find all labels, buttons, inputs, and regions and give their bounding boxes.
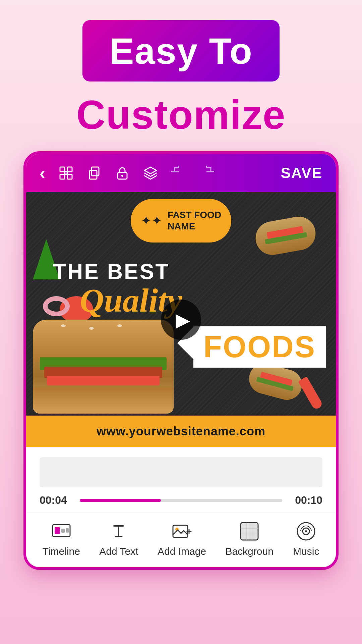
- progress-bar[interactable]: [80, 499, 282, 502]
- background-label: Backgroun: [225, 546, 273, 557]
- back-button[interactable]: ‹: [40, 163, 45, 183]
- undo-icon[interactable]: [171, 166, 186, 180]
- svg-point-3: [65, 172, 67, 174]
- svg-point-30: [305, 530, 307, 532]
- redo-icon[interactable]: [199, 166, 214, 180]
- svg-rect-7: [92, 167, 99, 176]
- svg-rect-5: [67, 174, 72, 179]
- website-text: www.yourwebsitename.com: [97, 424, 265, 438]
- header-section: Easy To Customize: [76, 0, 286, 138]
- add-text-tool[interactable]: Add Text: [99, 520, 138, 557]
- play-button[interactable]: ▶: [161, 300, 201, 340]
- svg-rect-18: [173, 525, 188, 537]
- music-icon: [293, 520, 319, 543]
- add-text-label: Add Text: [99, 546, 138, 557]
- svg-rect-22: [241, 523, 258, 540]
- logo-circle: ✦✦ FAST FOOD NAME: [131, 199, 231, 243]
- svg-rect-12: [61, 529, 65, 533]
- svg-rect-0: [60, 167, 65, 172]
- foods-box: FOODS: [193, 326, 326, 368]
- onion-ring-decoration: [43, 296, 70, 316]
- svg-rect-13: [66, 528, 69, 533]
- the-best-text: THE BEST: [53, 259, 170, 284]
- logo-text: FAST FOOD NAME: [168, 209, 221, 232]
- progress-bar-fill: [80, 499, 161, 502]
- background-tool[interactable]: Backgroun: [225, 520, 273, 557]
- phone-mockup: ‹: [23, 151, 339, 570]
- music-label: Music: [293, 546, 319, 557]
- music-tool[interactable]: Music: [293, 520, 319, 557]
- time-start: 00:04: [40, 494, 73, 506]
- add-image-label: Add Image: [158, 546, 206, 557]
- easy-to-badge: Easy To: [82, 20, 280, 82]
- svg-point-9: [121, 175, 123, 177]
- time-end: 00:10: [289, 494, 322, 506]
- add-image-icon: [168, 520, 195, 543]
- duplicate-icon[interactable]: [87, 166, 102, 180]
- add-text-icon: [105, 520, 132, 543]
- lock-icon[interactable]: [115, 166, 130, 180]
- svg-rect-4: [60, 174, 65, 179]
- background-icon: [236, 520, 263, 543]
- editor-toolbar: ‹: [26, 154, 336, 192]
- easy-to-text: Easy To: [109, 30, 253, 71]
- layers-icon[interactable]: [143, 166, 158, 180]
- sandwich-image: [33, 320, 174, 414]
- video-canvas: ✦✦ FAST FOOD NAME THE BEST Quality FOODS: [26, 192, 336, 447]
- preview-icon[interactable]: [59, 166, 73, 180]
- timeline-area[interactable]: [40, 457, 322, 487]
- timeline-section: 00:04 00:10: [26, 447, 336, 513]
- add-image-tool[interactable]: Add Image: [158, 520, 206, 557]
- timeline-tool[interactable]: Timeline: [43, 520, 80, 557]
- customize-text: Customize: [76, 92, 286, 138]
- logo-icon: ✦✦: [141, 213, 162, 228]
- progress-row: 00:04 00:10: [40, 494, 322, 506]
- svg-rect-11: [55, 527, 60, 534]
- save-button[interactable]: SAVE: [281, 165, 322, 181]
- website-banner: www.yourwebsitename.com: [26, 416, 336, 447]
- timeline-label: Timeline: [43, 546, 80, 557]
- bottom-toolbar: Timeline Add Text: [26, 513, 336, 567]
- svg-rect-1: [67, 167, 72, 172]
- foods-text: FOODS: [203, 330, 316, 364]
- play-icon: ▶: [176, 309, 190, 331]
- timeline-icon: [48, 520, 75, 543]
- svg-rect-6: [89, 170, 97, 179]
